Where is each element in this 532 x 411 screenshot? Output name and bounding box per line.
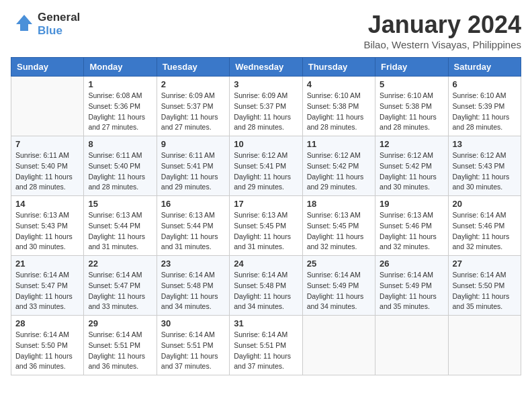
calendar-header-thursday: Thursday	[302, 58, 375, 77]
day-info: Sunrise: 6:14 AMSunset: 5:51 PMDaylight:…	[88, 330, 152, 372]
day-number: 18	[307, 199, 371, 209]
main-title: January 2024	[363, 11, 521, 39]
day-info: Sunrise: 6:14 AMSunset: 5:51 PMDaylight:…	[161, 330, 225, 372]
logo-graphic-icon	[11, 12, 35, 36]
day-info: Sunrise: 6:10 AMSunset: 5:38 PMDaylight:…	[380, 91, 443, 133]
calendar-header-sunday: Sunday	[11, 58, 84, 77]
calendar-cell: 11Sunrise: 6:12 AMSunset: 5:42 PMDayligh…	[302, 136, 375, 196]
calendar-cell: 25Sunrise: 6:14 AMSunset: 5:49 PMDayligh…	[302, 256, 375, 316]
day-info: Sunrise: 6:12 AMSunset: 5:41 PMDaylight:…	[234, 150, 298, 193]
header: General Blue January 2024 Bilao, Western…	[11, 11, 521, 50]
day-number: 4	[307, 79, 371, 89]
day-number: 1	[88, 79, 152, 89]
day-info: Sunrise: 6:13 AMSunset: 5:45 PMDaylight:…	[307, 210, 371, 253]
calendar-cell: 28Sunrise: 6:14 AMSunset: 5:50 PMDayligh…	[11, 316, 84, 375]
svg-marker-1	[16, 15, 32, 31]
day-info: Sunrise: 6:14 AMSunset: 5:50 PMDaylight:…	[453, 270, 517, 312]
day-number: 8	[88, 139, 152, 149]
calendar-cell: 24Sunrise: 6:14 AMSunset: 5:48 PMDayligh…	[230, 256, 302, 316]
day-info: Sunrise: 6:11 AMSunset: 5:40 PMDaylight:…	[15, 150, 79, 193]
day-info: Sunrise: 6:14 AMSunset: 5:47 PMDaylight:…	[88, 270, 152, 312]
subtitle: Bilao, Western Visayas, Philippines	[363, 39, 521, 50]
calendar-cell: 9Sunrise: 6:11 AMSunset: 5:41 PMDaylight…	[157, 136, 229, 196]
day-info: Sunrise: 6:09 AMSunset: 5:37 PMDaylight:…	[234, 91, 298, 133]
calendar-cell: 7Sunrise: 6:11 AMSunset: 5:40 PMDaylight…	[11, 136, 84, 196]
day-number: 11	[307, 139, 371, 149]
day-info: Sunrise: 6:10 AMSunset: 5:39 PMDaylight:…	[453, 91, 517, 133]
calendar-cell: 5Sunrise: 6:10 AMSunset: 5:38 PMDaylight…	[375, 77, 448, 136]
day-number: 25	[307, 259, 371, 269]
calendar-header-friday: Friday	[375, 58, 448, 77]
day-info: Sunrise: 6:10 AMSunset: 5:38 PMDaylight:…	[307, 91, 371, 133]
calendar-week-row: 14Sunrise: 6:13 AMSunset: 5:43 PMDayligh…	[11, 196, 521, 256]
day-info: Sunrise: 6:13 AMSunset: 5:43 PMDaylight:…	[15, 210, 79, 253]
day-number: 2	[161, 79, 225, 89]
calendar-table: SundayMondayTuesdayWednesdayThursdayFrid…	[11, 57, 521, 375]
calendar-cell: 26Sunrise: 6:14 AMSunset: 5:49 PMDayligh…	[375, 256, 448, 316]
day-info: Sunrise: 6:11 AMSunset: 5:41 PMDaylight:…	[161, 150, 225, 193]
day-number: 5	[380, 79, 443, 89]
day-number: 12	[380, 139, 443, 149]
logo-general-label: General	[38, 11, 80, 24]
calendar-cell: 19Sunrise: 6:13 AMSunset: 5:46 PMDayligh…	[375, 196, 448, 256]
calendar-cell: 30Sunrise: 6:14 AMSunset: 5:51 PMDayligh…	[157, 316, 229, 375]
calendar-cell: 29Sunrise: 6:14 AMSunset: 5:51 PMDayligh…	[84, 316, 157, 375]
day-number: 19	[380, 199, 443, 209]
calendar-header-tuesday: Tuesday	[157, 58, 229, 77]
calendar-header-wednesday: Wednesday	[230, 58, 302, 77]
day-number: 31	[234, 318, 298, 328]
calendar-cell: 10Sunrise: 6:12 AMSunset: 5:41 PMDayligh…	[230, 136, 302, 196]
day-number: 27	[453, 259, 517, 269]
calendar-week-row: 21Sunrise: 6:14 AMSunset: 5:47 PMDayligh…	[11, 256, 521, 316]
calendar-cell: 13Sunrise: 6:12 AMSunset: 5:43 PMDayligh…	[448, 136, 521, 196]
calendar-week-row: 1Sunrise: 6:08 AMSunset: 5:36 PMDaylight…	[11, 77, 521, 136]
day-number: 29	[88, 318, 152, 328]
day-info: Sunrise: 6:14 AMSunset: 5:46 PMDaylight:…	[453, 210, 517, 253]
day-number: 23	[161, 259, 225, 269]
day-number: 16	[161, 199, 225, 209]
calendar-cell	[448, 316, 521, 375]
calendar-cell: 3Sunrise: 6:09 AMSunset: 5:37 PMDaylight…	[230, 77, 302, 136]
day-number: 6	[453, 79, 517, 89]
calendar-cell: 15Sunrise: 6:13 AMSunset: 5:44 PMDayligh…	[84, 196, 157, 256]
calendar-cell: 4Sunrise: 6:10 AMSunset: 5:38 PMDaylight…	[302, 77, 375, 136]
day-number: 14	[15, 199, 79, 209]
day-info: Sunrise: 6:08 AMSunset: 5:36 PMDaylight:…	[88, 91, 152, 133]
day-info: Sunrise: 6:14 AMSunset: 5:47 PMDaylight:…	[15, 270, 79, 312]
day-info: Sunrise: 6:14 AMSunset: 5:48 PMDaylight:…	[161, 270, 225, 312]
day-number: 3	[234, 79, 298, 89]
day-info: Sunrise: 6:14 AMSunset: 5:51 PMDaylight:…	[234, 330, 298, 372]
day-info: Sunrise: 6:14 AMSunset: 5:50 PMDaylight:…	[15, 330, 79, 372]
day-info: Sunrise: 6:14 AMSunset: 5:49 PMDaylight:…	[307, 270, 371, 312]
calendar-cell: 2Sunrise: 6:09 AMSunset: 5:37 PMDaylight…	[157, 77, 229, 136]
calendar-header-saturday: Saturday	[448, 58, 521, 77]
day-info: Sunrise: 6:13 AMSunset: 5:45 PMDaylight:…	[234, 210, 298, 253]
day-number: 24	[234, 259, 298, 269]
day-info: Sunrise: 6:09 AMSunset: 5:37 PMDaylight:…	[161, 91, 225, 133]
day-info: Sunrise: 6:12 AMSunset: 5:42 PMDaylight:…	[307, 150, 371, 193]
day-info: Sunrise: 6:12 AMSunset: 5:43 PMDaylight:…	[453, 150, 517, 193]
day-info: Sunrise: 6:14 AMSunset: 5:48 PMDaylight:…	[234, 270, 298, 312]
calendar-cell: 18Sunrise: 6:13 AMSunset: 5:45 PMDayligh…	[302, 196, 375, 256]
calendar-cell	[375, 316, 448, 375]
logo-blue-label: Blue	[38, 24, 62, 37]
day-number: 28	[15, 318, 79, 328]
day-number: 20	[453, 199, 517, 209]
calendar-cell: 6Sunrise: 6:10 AMSunset: 5:39 PMDaylight…	[448, 77, 521, 136]
calendar-cell	[11, 77, 84, 136]
calendar-week-row: 7Sunrise: 6:11 AMSunset: 5:40 PMDaylight…	[11, 136, 521, 196]
day-info: Sunrise: 6:11 AMSunset: 5:40 PMDaylight:…	[88, 150, 152, 193]
day-info: Sunrise: 6:14 AMSunset: 5:49 PMDaylight:…	[380, 270, 443, 312]
day-info: Sunrise: 6:13 AMSunset: 5:44 PMDaylight:…	[161, 210, 225, 253]
day-number: 30	[161, 318, 225, 328]
calendar-header-row: SundayMondayTuesdayWednesdayThursdayFrid…	[11, 58, 521, 77]
day-info: Sunrise: 6:13 AMSunset: 5:44 PMDaylight:…	[88, 210, 152, 253]
day-number: 7	[15, 139, 79, 149]
calendar-cell: 21Sunrise: 6:14 AMSunset: 5:47 PMDayligh…	[11, 256, 84, 316]
day-number: 15	[88, 199, 152, 209]
day-number: 13	[453, 139, 517, 149]
day-number: 21	[15, 259, 79, 269]
day-number: 17	[234, 199, 298, 209]
day-info: Sunrise: 6:12 AMSunset: 5:42 PMDaylight:…	[380, 150, 443, 193]
calendar-cell: 27Sunrise: 6:14 AMSunset: 5:50 PMDayligh…	[448, 256, 521, 316]
